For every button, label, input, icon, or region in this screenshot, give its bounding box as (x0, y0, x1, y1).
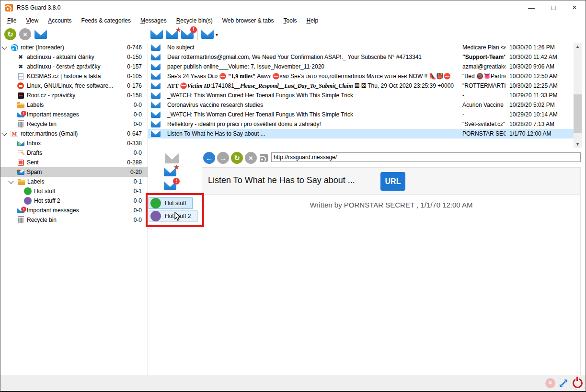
feed-label: Hot stuff 2 (34, 197, 118, 204)
refresh-icon[interactable]: ↻ (231, 152, 243, 164)
message-row[interactable]: Reflektory - ideální pro práci i pro osv… (148, 119, 574, 129)
feed-count: 0-0 (118, 102, 148, 108)
url-input[interactable] (271, 152, 581, 162)
feed-item-labels[interactable]: Labels 0-0 (0, 100, 148, 110)
feed-item-important[interactable]: ! Important messages 0-0 (0, 110, 148, 119)
feed-item-recycle-bin[interactable]: Recycle bin 0-0 (0, 119, 148, 129)
feed-label: Hot stuff (34, 188, 118, 195)
feed-item-drafts[interactable]: Drafts 0-0 (0, 148, 148, 158)
message-row[interactable]: No subject Medicare Plan <e... 10/30/20 … (148, 43, 574, 52)
rss-feed-icon[interactable] (260, 154, 268, 162)
feed-count: 0-158 (118, 92, 148, 99)
feed-item[interactable]: Root.cz - zprávičky 0-158 (0, 91, 148, 100)
menu-web-browser-tabs[interactable]: Web browser & tabs (218, 15, 279, 26)
menu-messages[interactable]: Messages (136, 15, 172, 26)
scroll-up-icon[interactable]: ▲ (574, 43, 582, 50)
message-byline: Written by PORNSTAR SECRET , 1/1/70 12:0… (202, 201, 580, 209)
message-subject: Listen To What he Has to Say about ... (167, 130, 462, 137)
maximize-button[interactable]: □ (546, 1, 561, 14)
refresh-feeds-icon[interactable]: ↻ (4, 28, 16, 40)
message-date: 10/30/20 1:26 PM (509, 44, 555, 51)
feed-label: Labels (27, 102, 118, 108)
mouse-cursor (174, 212, 182, 221)
message-row[interactable]: _WATCH: This Woman Cured Her Toenail Fun… (148, 110, 574, 119)
message-list-scrollbar[interactable]: ▲ ▼ (574, 43, 582, 148)
feed-item[interactable]: ✖ abclinuxu - aktuální články 0-150 (0, 52, 148, 62)
label-green-circle-icon (24, 187, 32, 195)
feed-count: 0-0 (118, 121, 148, 127)
feed-item-hot-stuff[interactable]: Hot stuff 0-1 (0, 186, 148, 196)
message-subject: _WATCH: This Woman Cured Her Toenail Fun… (167, 92, 462, 99)
feed-item-recycle-bin-gmail[interactable]: Recycle bin 0-0 (0, 215, 148, 225)
message-subject: Dear rottermartinos@gmail.com, We Need Y… (167, 54, 462, 60)
feed-count: 0-647 (118, 130, 148, 137)
message-row[interactable]: paper publish online___Volume: 7, Issue_… (148, 62, 574, 71)
message-author: "Support-Team" ... (462, 54, 506, 60)
message-subject: paper publish online___Volume: 7, Issue_… (167, 63, 462, 70)
feed-item[interactable]: Linux, GNU/Linux, free software... 0-176 (0, 81, 148, 91)
mark-read-envelope-icon[interactable] (34, 30, 47, 40)
feed-item-important-gmail[interactable]: ! Important messages 0-0 (0, 206, 148, 215)
feed-label: Linux, GNU/Linux, free software... (27, 82, 118, 89)
feed-item-spam[interactable]: ☛ Spam 0-20 (0, 167, 148, 177)
feed-label: Sent (27, 159, 118, 166)
forward-icon[interactable]: → (217, 152, 229, 164)
trash-icon (18, 122, 23, 127)
feed-item[interactable]: KOSMAS.cz | historie a fakta 0-105 (0, 71, 148, 81)
feed-count: 0-0 (118, 111, 148, 118)
menu-accounts[interactable]: Accounts (43, 15, 76, 26)
feed-label: abclinuxu - čerstvé zprávičky (27, 63, 118, 70)
feed-account-gmail[interactable]: M rotter.martinos (Gmail) 0-647 (0, 129, 148, 138)
scrollbar-thumb[interactable] (574, 94, 582, 133)
back-icon[interactable]: ← (203, 152, 215, 164)
message-row[interactable]: Coronavirus vaccine research studies Acu… (148, 100, 574, 110)
menu-help[interactable]: Help (302, 15, 323, 26)
label-purple-circle-icon (24, 197, 32, 205)
power-icon[interactable] (573, 378, 583, 388)
stop-icon[interactable]: × (19, 28, 31, 40)
message-row[interactable]: ATT ⛔Victim ID:1741081__Please_Respond__… (148, 81, 574, 91)
unread-envelope-icon (151, 44, 161, 51)
feed-item-hot-stuff-2[interactable]: Hot stuff 2 0-0 (0, 196, 148, 206)
feed-label: Spam (27, 169, 118, 175)
envelope-error-icon[interactable]: ! (164, 181, 176, 192)
menu-bar: File View Accounts Feeds & categories Me… (0, 15, 586, 26)
document-icon (18, 73, 23, 80)
message-subject: Reflektory - ideální pro práci i pro osv… (167, 121, 462, 127)
gmail-icon: M (11, 131, 18, 137)
message-row[interactable]: _WATCH: This Woman Cured Her Toenail Fun… (148, 91, 574, 100)
message-row[interactable]: Sʜᴇ's 24 Yᴇᴀʀs Oʟᴅ ⛔ "1,9 miles" Aᴡᴀʏ ⛔ᴀ… (148, 71, 574, 81)
envelope-menu-dropdown-icon[interactable]: ▾ (201, 30, 214, 40)
envelope-important-star-icon[interactable]: ★ (164, 167, 176, 178)
menu-tools[interactable]: Tools (279, 15, 302, 26)
feed-item[interactable]: ✖ abclinuxu - čerstvé zprávičky 0-157 (0, 62, 148, 71)
feed-item-labels-gmail[interactable]: Labels 0-1 (0, 177, 148, 186)
message-row[interactable]: Dear rottermartinos@gmail.com, We Need Y… (148, 52, 574, 62)
folder-icon (17, 104, 24, 108)
message-row-selected[interactable]: Listen To What he Has to Say about ... P… (148, 129, 574, 138)
envelope-read-icon[interactable] (150, 30, 163, 40)
chevron-down-icon[interactable] (8, 178, 13, 184)
scroll-down-icon[interactable]: ▼ (574, 140, 582, 148)
message-subject: Coronavirus vaccine research studies (167, 102, 462, 108)
url-button[interactable]: URL (380, 172, 405, 191)
feed-account-inoreader[interactable]: rotter (Inoreader) 0-746 (0, 43, 148, 52)
fullscreen-icon[interactable] (558, 378, 569, 389)
feed-item-inbox[interactable]: ◆ Inbox 0-338 (0, 138, 148, 148)
menu-view[interactable]: View (21, 15, 43, 26)
envelope-error-icon[interactable]: ! (181, 30, 194, 40)
feed-item-sent[interactable]: Sent 0-289 (0, 158, 148, 167)
chevron-down-icon[interactable] (1, 130, 7, 136)
menu-file[interactable]: File (2, 15, 21, 26)
envelope-important-star-icon[interactable]: ★ (166, 30, 178, 40)
menu-recycle-bins[interactable]: Recycle bin(s) (172, 15, 218, 26)
close-button[interactable]: × (567, 1, 582, 14)
minimize-button[interactable]: — (524, 1, 539, 14)
annotation-red-box (146, 193, 204, 227)
stop-loading-icon[interactable]: × (245, 152, 257, 164)
trash-icon (18, 218, 23, 223)
chevron-down-icon[interactable] (1, 44, 7, 49)
window-title: RSS Guard 3.8.0 (17, 4, 60, 11)
menu-feeds-categories[interactable]: Feeds & categories (77, 15, 136, 26)
message-author: Medicare Plan <e... (462, 44, 506, 51)
